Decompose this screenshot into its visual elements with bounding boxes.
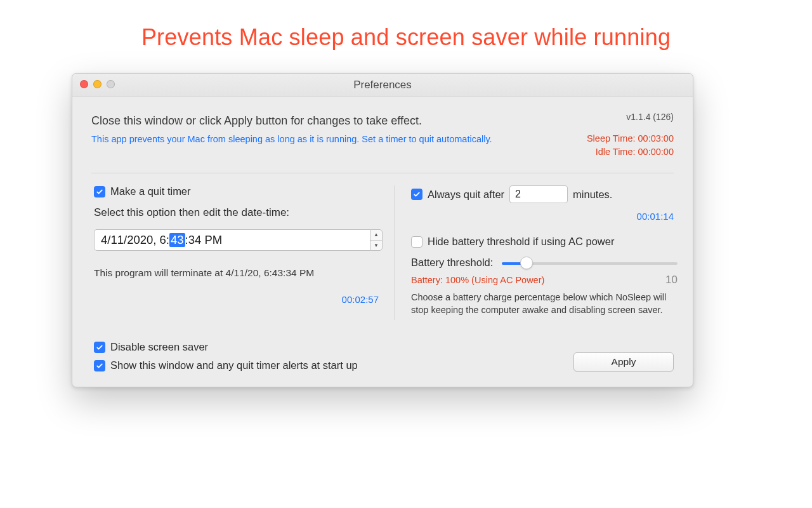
horizontal-divider (91, 173, 674, 173)
hide-battery-checkbox[interactable] (411, 236, 422, 248)
datetime-suffix: :34 PM (185, 233, 223, 247)
sleep-time-label: Sleep Time: 00:03:00 (587, 132, 674, 145)
battery-status-row: Battery: 100% (Using AC Power) 10 (411, 274, 678, 286)
window-title: Preferences (72, 74, 693, 97)
always-quit-countdown: 00:01:14 (411, 211, 678, 222)
minutes-suffix: minutes. (573, 189, 612, 201)
titlebar: Preferences (72, 74, 693, 97)
battery-threshold-value: 10 (665, 274, 678, 286)
apply-button[interactable]: Apply (573, 352, 674, 371)
quit-timer-countdown: 00:02:57 (94, 294, 383, 305)
datetime-stepper[interactable]: ▲ ▼ (370, 229, 383, 251)
battery-threshold-slider[interactable] (502, 257, 678, 269)
datetime-selected-minutes: 43 (169, 233, 185, 247)
right-column: Always quit after 2 minutes. 00:01:14 Hi… (411, 185, 678, 316)
show-window-startup-label: Show this window and any quit timer aler… (110, 359, 358, 371)
left-column: Make a quit timer Select this option the… (94, 185, 383, 305)
minutes-input[interactable]: 2 (509, 185, 568, 203)
battery-status: Battery: 100% (Using AC Power) (411, 275, 544, 285)
datetime-field-wrap: 4/11/2020, 6:43:34 PM ▲ ▼ (94, 229, 383, 251)
battery-threshold-label: Battery threshold: (411, 257, 493, 269)
select-hint: Select this option then edit the date-ti… (94, 206, 383, 219)
vertical-divider (394, 185, 395, 320)
page-headline: Prevents Mac sleep and screen saver whil… (0, 24, 812, 51)
battery-threshold-row: Battery threshold: (411, 257, 678, 269)
make-quit-timer-checkbox[interactable] (94, 186, 105, 197)
show-window-startup-row: Show this window and any quit timer aler… (94, 359, 358, 371)
always-quit-row: Always quit after 2 minutes. (411, 185, 678, 203)
hide-battery-label: Hide battery threshold if using AC power (428, 236, 614, 248)
show-window-startup-checkbox[interactable] (94, 360, 105, 371)
datetime-field[interactable]: 4/11/2020, 6:43:34 PM (94, 229, 370, 251)
hide-battery-row: Hide battery threshold if using AC power (411, 236, 678, 248)
chevron-down-icon[interactable]: ▼ (370, 241, 382, 251)
status-block: Sleep Time: 00:03:00 Idle Time: 00:00:00 (587, 132, 674, 159)
disable-screensaver-label: Disable screen saver (110, 341, 208, 353)
make-quit-timer-label: Make a quit timer (110, 185, 191, 197)
always-quit-checkbox[interactable] (411, 189, 422, 200)
slider-thumb[interactable] (520, 257, 533, 269)
version-label: v1.1.4 (126) (626, 112, 674, 122)
idle-time-label: Idle Time: 00:00:00 (587, 145, 674, 159)
make-quit-timer-row: Make a quit timer (94, 185, 383, 197)
instruction-text: Close this window or click Apply button … (91, 114, 674, 128)
datetime-prefix: 4/11/2020, 6: (101, 233, 169, 247)
disable-screensaver-row: Disable screen saver (94, 341, 358, 353)
chevron-up-icon[interactable]: ▲ (370, 230, 382, 241)
bottom-checkboxes: Disable screen saver Show this window an… (94, 341, 358, 371)
terminate-line: This program will terminate at 4/11/20, … (94, 267, 383, 279)
preferences-window: Preferences Close this window or click A… (72, 73, 693, 387)
disable-screensaver-checkbox[interactable] (94, 342, 105, 353)
battery-threshold-desc: Choose a battery charge percentage below… (411, 291, 678, 316)
window-content: Close this window or click Apply button … (72, 97, 693, 387)
always-quit-label: Always quit after (428, 189, 504, 201)
